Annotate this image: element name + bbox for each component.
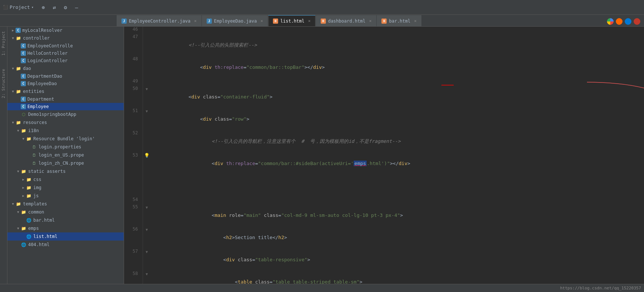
- tab-close-icon[interactable]: ✕: [194, 19, 197, 23]
- fold-arrow-icon[interactable]: ▼: [146, 228, 148, 232]
- html-icon: 🌐: [26, 217, 32, 223]
- tree-item-resources[interactable]: ▼ 📁 resources: [7, 118, 124, 127]
- html-icon: 🌐: [26, 234, 32, 239]
- tree-item-404-html[interactable]: 🌐 404.html: [7, 241, 124, 249]
- code-text: =: [217, 94, 220, 100]
- tree-label: css: [33, 177, 41, 182]
- code-content[interactable]: [151, 27, 644, 34]
- code-content[interactable]: <!--引入公共的导航栏，注意这里有个 # 号，因为模板用的id，不是fragm…: [151, 130, 644, 152]
- tree-item-login-properties[interactable]: 🗒 login.properties: [7, 143, 124, 151]
- attr-value: "common/bar::topBar": [246, 64, 304, 70]
- tab-close-icon[interactable]: ✕: [260, 19, 263, 23]
- tree-item-controller[interactable]: ▼ 📁 controller: [7, 34, 124, 42]
- tree-item-dao[interactable]: ▼ 📁 dao: [7, 64, 124, 73]
- tree-item-templates[interactable]: ▼ 📁 templates: [7, 200, 124, 208]
- tree-item-img[interactable]: ▶ 📁 img: [7, 184, 124, 192]
- tree-item-static-asserts[interactable]: ▼ 📁 static asserts: [7, 167, 124, 175]
- browse-icon[interactable]: ⊕: [40, 4, 47, 11]
- project-menu[interactable]: ⬛ Project ▾: [3, 4, 34, 10]
- code-text: =: [252, 257, 255, 262]
- tree-item-employee-controller[interactable]: C EmployeeControlle: [7, 42, 124, 50]
- tab-bar-html[interactable]: H bar.html ✕: [377, 15, 421, 26]
- tree-item-i18n[interactable]: ▼ 📁 i18n: [7, 127, 124, 135]
- fold-arrow-icon[interactable]: ▼: [146, 205, 148, 209]
- fold-arrow-icon[interactable]: ▼: [146, 109, 148, 113]
- tab-close-icon[interactable]: ✕: [308, 19, 311, 23]
- fold-arrow-icon[interactable]: ▼: [146, 87, 148, 91]
- tree-item-login-en[interactable]: 🗒 login_en_US.prope: [7, 151, 124, 159]
- code-content[interactable]: [151, 78, 644, 86]
- firefox-icon[interactable]: [616, 18, 623, 25]
- line-number: 51: [124, 108, 143, 130]
- chrome-icon[interactable]: [607, 18, 614, 25]
- left-tab-structure[interactable]: 2: Structure: [0, 66, 7, 101]
- project-label-text: Project: [10, 4, 30, 10]
- sync-icon[interactable]: ⇄: [51, 4, 58, 11]
- code-content[interactable]: <h2>Section title</h2>: [151, 226, 644, 249]
- code-content[interactable]: <div th:replace="common/bar::topBar"></d…: [151, 56, 644, 78]
- code-text: >: [246, 116, 249, 122]
- tree-item-department-dao[interactable]: C DepartmentDao: [7, 73, 124, 80]
- class-icon: C: [21, 97, 26, 102]
- tag-name: h2: [278, 235, 284, 240]
- tree-item-demo1-springboot[interactable]: ⬡ Demo1springbootApp: [7, 110, 124, 118]
- code-line-55: 55 ▼ <main role="main" class="col-md-9 m…: [124, 204, 644, 226]
- tab-close-icon[interactable]: ✕: [414, 19, 417, 23]
- bulb-icon[interactable]: 💡: [144, 153, 150, 158]
- tree-item-hello-controller[interactable]: C HelloController: [7, 50, 124, 57]
- tree-item-my-local-resolver[interactable]: ▶ C myLocalResolver: [7, 27, 124, 34]
- edge-icon[interactable]: [625, 18, 631, 25]
- tree-arrow-icon: ▼: [10, 121, 16, 124]
- code-content[interactable]: <!--引入公共的头部搜索栏-->: [151, 34, 644, 56]
- gutter: ▼: [143, 249, 151, 271]
- tree-item-emps[interactable]: ▼ 📁 emps: [7, 224, 124, 232]
- tag-name: div: [203, 116, 211, 122]
- tree-arrow-icon: ▼: [16, 129, 21, 132]
- tree-label: EmployeeControlle: [27, 43, 73, 48]
- tree-label: list.html: [33, 234, 57, 239]
- tree-label: Employee: [27, 104, 49, 109]
- tree-item-resource-bundle[interactable]: ▼ 📁 Resource Bundle 'login': [7, 135, 124, 143]
- line-number: 47: [124, 34, 143, 56]
- tree-item-login-zh[interactable]: 🗒 login_zh_CN.prope: [7, 159, 124, 167]
- gutter: [143, 78, 151, 86]
- tag-name: h2: [226, 235, 232, 240]
- settings-icon[interactable]: ⚙: [62, 4, 69, 11]
- tree-item-employee[interactable]: C Employee: [7, 103, 124, 110]
- tree-item-list-html[interactable]: 🌐 list.html: [7, 232, 124, 241]
- code-content[interactable]: <div class="container-fluid">: [151, 86, 644, 108]
- code-content[interactable]: <table class="table table-striped table-…: [151, 271, 644, 284]
- tree-item-js[interactable]: ▶ 📁 js: [7, 192, 124, 200]
- tree-item-common[interactable]: ▼ 📁 common: [7, 208, 124, 216]
- code-content[interactable]: <div class="row">: [151, 108, 644, 130]
- code-content[interactable]: <div th:replace="common/bar::#sideBar(ac…: [151, 152, 644, 197]
- properties-icon: 🗒: [31, 152, 37, 158]
- tab-dashboard-html[interactable]: H dashboard.html ✕: [316, 15, 377, 26]
- left-tab-project[interactable]: 1: Project: [0, 28, 7, 58]
- tab-employee-dao[interactable]: J EmployeeDao.java ✕: [202, 15, 268, 26]
- line-number: 57: [124, 249, 143, 271]
- tree-item-login-controller[interactable]: C LoginController: [7, 57, 124, 64]
- gutter: ▼: [143, 226, 151, 249]
- tree-item-employee-dao[interactable]: C EmployeeDao: [7, 80, 124, 87]
- tree-label: login.properties: [39, 144, 81, 150]
- status-url: https://blog.csdn.net/qq_15220357: [560, 286, 641, 291]
- code-content[interactable]: <div class="table-responsive">: [151, 249, 644, 271]
- minimize-icon[interactable]: —: [73, 4, 80, 11]
- tree-item-entities[interactable]: ▼ 📁 entities: [7, 87, 124, 95]
- tree-item-bar-html[interactable]: 🌐 bar.html: [7, 216, 124, 224]
- tag-name: main: [214, 212, 226, 218]
- tree-item-css[interactable]: ▶ 📁 css: [7, 175, 124, 184]
- code-content[interactable]: [151, 197, 644, 204]
- fold-arrow-icon[interactable]: ▼: [146, 272, 148, 276]
- safari-icon[interactable]: [634, 18, 640, 25]
- tree-item-department[interactable]: C Department: [7, 95, 124, 103]
- tree-arrow-icon: ▶: [21, 186, 26, 189]
- code-content[interactable]: <main role="main" class="col-md-9 ml-sm-…: [151, 204, 644, 226]
- html-icon: 🌐: [21, 242, 27, 248]
- tab-close-icon[interactable]: ✕: [369, 19, 372, 23]
- tab-list-html[interactable]: H list.html ✕: [268, 15, 316, 26]
- code-editor[interactable]: 46 47 <!--引入公共的头部搜索栏--> 48: [124, 27, 644, 284]
- fold-arrow-icon[interactable]: ▼: [146, 250, 148, 254]
- tab-employee-controller[interactable]: J EmployeeController.java ✕: [117, 15, 201, 26]
